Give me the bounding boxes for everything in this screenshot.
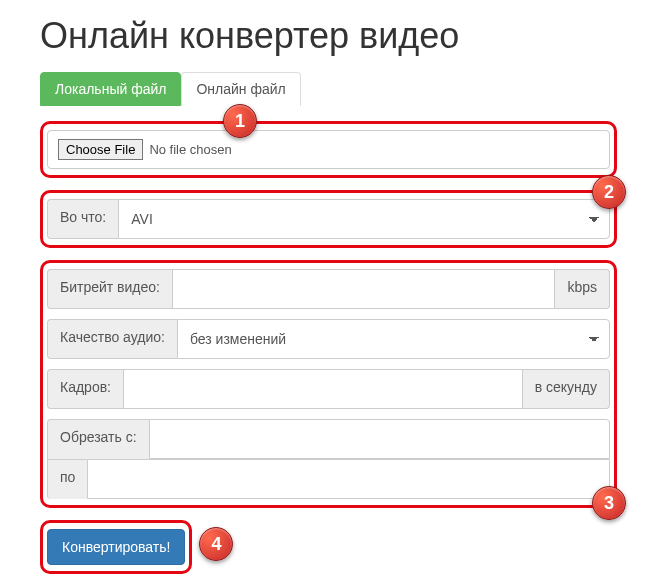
format-label: Во что: [47,199,118,239]
bitrate-input[interactable] [172,269,555,309]
convert-button[interactable]: Конвертировать! [47,529,185,565]
tab-local-file[interactable]: Локальный файл [40,72,181,106]
frames-label: Кадров: [47,369,123,409]
annotation-badge-2: 2 [592,175,626,209]
audio-quality-label: Качество аудио: [47,319,177,359]
file-input-row: Choose File No file chosen [47,130,610,169]
frames-unit: в секунду [523,369,610,409]
trim-from-label: Обрезать с: [47,419,149,459]
bitrate-label: Битрейт видео: [47,269,172,309]
audio-quality-select[interactable]: без изменений [177,319,610,359]
annotation-badge-3: 3 [592,486,626,520]
page-title: Онлайн конвертер видео [40,15,617,57]
tab-online-file[interactable]: Онлайн файл [181,72,300,106]
annotation-group-4: 4 Конвертировать! [40,520,192,574]
choose-file-button[interactable]: Choose File [58,139,143,160]
format-select[interactable]: AVI [118,199,610,239]
annotation-group-3: 3 Битрейт видео: kbps Качество аудио: бе… [40,260,617,508]
trim-from-input[interactable] [149,419,610,459]
file-status-text: No file chosen [149,142,231,157]
bitrate-unit: kbps [555,269,610,309]
annotation-badge-1: 1 [223,104,257,138]
annotation-group-2: 2 Во что: AVI [40,190,617,248]
source-tabs: Локальный файл Онлайн файл [40,72,617,106]
annotation-group-1: 1 Choose File No file chosen [40,121,617,178]
trim-to-input[interactable] [87,459,610,499]
frames-input[interactable] [123,369,523,409]
annotation-badge-4: 4 [199,527,233,561]
trim-to-label: по [47,459,87,499]
